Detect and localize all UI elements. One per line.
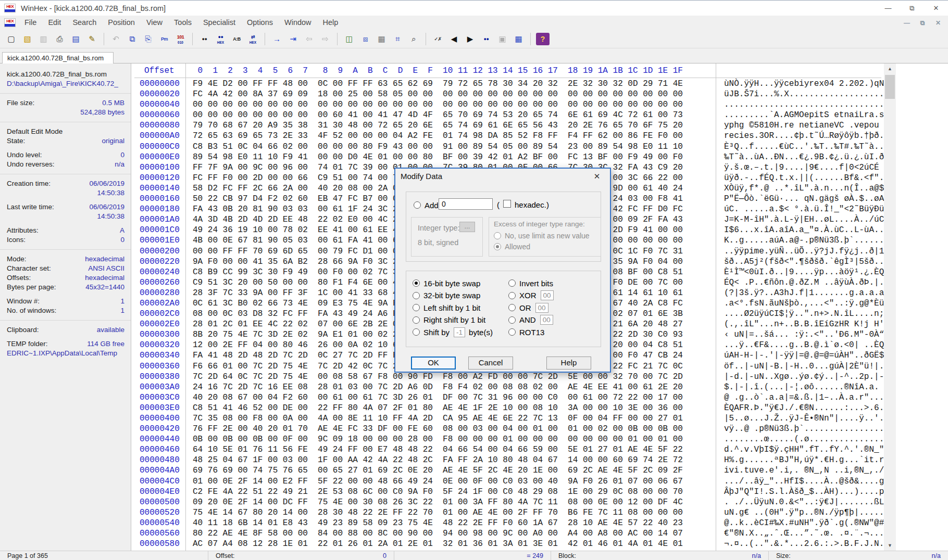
scrollbar-thumb[interactable] <box>885 75 895 99</box>
copy-icon[interactable]: ⧉ <box>124 32 140 46</box>
next-window-icon[interactable]: ▶ <box>463 32 478 46</box>
hex-row[interactable]: 0000050009 20 0E 2F 14 00 DC FF 75 4E 00… <box>131 498 884 508</box>
hex-row[interactable]: 00000580AC 07 A4 08 12 28 1E 01 22 01 26… <box>131 539 884 550</box>
row-hex-bytes[interactable]: 0B 00 0B 00 0B 00 0F 00 9C 09 18 00 00 0… <box>193 435 683 444</box>
row-ascii[interactable]: ÈQAFR.Þ."ÿ€J./.€®N......:...>.6. <box>724 403 884 413</box>
menu-view[interactable]: View <box>141 16 168 30</box>
edit-properties-icon[interactable]: ✎ <box>84 32 99 46</box>
replace-text-icon[interactable]: A:B <box>229 32 244 46</box>
row-hex-bytes[interactable]: FC 4A 42 00 8A 37 69 09 18 00 25 00 58 0… <box>193 90 683 99</box>
row-hex-bytes[interactable]: 01 00 0E 2F 14 00 E2 FF 5F 22 00 00 48 6… <box>193 477 683 486</box>
row-ascii[interactable]: €"®N.X..„.ˆ.Œ...”.˜.œ. .¤.¨.¬... <box>724 529 884 538</box>
row-ascii[interactable]: ........œ.....(.ø............... <box>724 435 884 444</box>
hex-row[interactable]: 000004C001 00 0E 2F 14 00 E2 FF 5F 22 00… <box>131 477 884 487</box>
hex-row[interactable]: 000004007C 35 08 00 F8 00 0A 00 4A 00 8E… <box>131 414 884 424</box>
row-hex-bytes[interactable]: C8 51 41 46 52 00 DE 00 22 FF 80 4A 07 2… <box>193 403 683 413</box>
hex-row[interactable]: 00000000F9 4E D2 00 FF FF 48 00 0C 00 FF… <box>131 79 884 90</box>
row-ascii[interactable]: vÿ..@ .p®Nü3ß.þ`................ <box>724 424 884 434</box>
radio-rot13[interactable]: ROT13 <box>508 327 544 337</box>
row-hex-bytes[interactable]: 75 4E 14 67 80 20 14 00 28 30 48 22 2E F… <box>193 508 683 517</box>
previous-window-icon[interactable]: ◀ <box>446 32 461 46</box>
row-ascii[interactable]: ................................ <box>724 100 884 109</box>
add-value-field[interactable]: 0 <box>439 198 493 210</box>
row-ascii[interactable]: üJB.Š7i...%.X................... <box>724 90 884 99</box>
scroll-down-icon[interactable]: ▼ <box>884 540 896 551</box>
row-ascii[interactable]: üÿð.-..fÉQ.t.x.||(......Bf&.<f". <box>724 173 884 183</box>
row-hex-bytes[interactable]: 79 70 68 67 20 A9 35 38 31 30 48 00 72 6… <box>193 121 683 130</box>
radio-icon[interactable] <box>413 279 420 287</box>
scroll-up-icon[interactable]: ▲ <box>884 63 896 74</box>
row-ascii[interactable]: .........`A.AGMOepitS etnaiLra.s <box>724 110 884 120</box>
ram-editor-icon[interactable]: ▦ <box>374 32 389 46</box>
radio-icon[interactable] <box>413 328 420 336</box>
radio-right-shift-by-1-bit[interactable]: Right shift by 1 bit <box>413 315 485 325</box>
radio-icon[interactable] <box>414 201 421 209</box>
row-hex-bytes[interactable]: 00 00 00 00 00 00 00 00 00 00 00 00 00 0… <box>193 100 683 109</box>
binary-conversion-icon[interactable]: 101010 <box>173 32 188 46</box>
find-text-icon[interactable]: ●● <box>197 32 212 46</box>
file-properties-icon[interactable]: ▤ <box>68 32 83 46</box>
menu-position[interactable]: Position <box>102 16 141 30</box>
row-hex-bytes[interactable]: 64 10 5E 01 76 11 56 FE 49 24 FF 00 E7 4… <box>193 445 683 454</box>
row-ascii[interactable]: P"Ë—Ôò.`ëGü·... qN.gägš øÀ.$..øA <box>724 194 884 203</box>
radio-icon[interactable] <box>508 328 516 336</box>
value-field[interactable]: -1 <box>454 327 465 337</box>
radio-add[interactable]: Add <box>414 200 439 210</box>
drive-contents-icon[interactable]: ⧈ <box>358 32 373 46</box>
row-ascii[interactable]: È¹Ì™<0ùI.ð..|9....ÿp...àöÿ¹.¿.ÈQ <box>724 268 884 277</box>
hex-row[interactable]: 000003807C 2D 64 0C 7C 2D 75 4E 00 08 58… <box>131 372 884 383</box>
hexadec-checkbox[interactable] <box>503 200 511 208</box>
hex-row[interactable]: 0000056080 22 AE 4E 8F 58 00 00 84 00 88… <box>131 529 884 539</box>
mdi-restore-button[interactable]: ⧉ <box>915 17 930 29</box>
row-ascii[interactable]: |5..ø...J.Ž..ÿJ-Ê•®Nn"|....ÿ..'. <box>724 414 884 423</box>
hex-row[interactable]: 0000046064 10 5E 01 76 11 56 FE 49 24 FF… <box>131 445 884 455</box>
row-hex-bytes[interactable]: 24 16 7C 2D 7C 16 EE 08 28 01 03 00 7C 2… <box>193 383 683 392</box>
row-ascii[interactable]: $.|-|.î.(...|-¦.øô......®NîA.a. <box>724 383 884 392</box>
hex-row[interactable]: 000004A069 76 69 00 74 75 76 65 00 65 27… <box>131 466 884 476</box>
radio-icon[interactable] <box>508 279 516 287</box>
row-ascii[interactable]: (.,.îL"...n+..B.B.îEíGzHR K!j H' <box>724 320 884 329</box>
row-hex-bytes[interactable]: C2 FE 4A 22 51 22 49 21 2E 53 08 6C 00 C… <box>193 487 683 497</box>
help-button[interactable]: Help <box>546 357 591 370</box>
replace-hex-icon[interactable]: ⇄HEX <box>245 32 260 46</box>
row-hex-bytes[interactable]: 09 20 0E 2F 14 00 DC FF 75 4E 00 30 08 2… <box>193 498 683 507</box>
file-tab[interactable]: kick.a1200.40.72B_final_bs.rom <box>2 52 114 63</box>
row-ascii[interactable]: úC. .....a.$< °.à.ü.Î!_"<2˜BüÿÐü <box>724 205 884 214</box>
value-field[interactable]: 00 <box>541 290 554 300</box>
restore-button[interactable]: ⧉ <box>900 1 924 16</box>
row-ascii[interactable]: úAH-H-|-.'|-ÿÿ|=@.@=@=úÀH"..ðGË$ <box>724 351 884 360</box>
row-ascii[interactable]: ÿ.š.œ.–.t.|9....|9€....f|0<2úCÉ <box>724 163 884 172</box>
mdi-close-button[interactable]: ✕ <box>930 17 946 29</box>
row-ascii[interactable]: H%.g......ªBJ"H,úÿ*.€H.g...`it.r <box>724 455 884 465</box>
row-ascii[interactable]: |-d.|-uN..Xgø..ýø.¢ý..|-^..2p.|- <box>724 372 884 381</box>
dialog-close-icon[interactable]: ✕ <box>586 169 608 184</box>
row-hex-bytes[interactable]: 40 11 18 6B 14 01 E8 43 49 23 89 58 09 2… <box>193 518 683 528</box>
row-ascii[interactable]: . ./..ÜÿuN.0.&<"..:ÿ€J|.......ßL <box>724 498 884 507</box>
row-ascii[interactable]: d.^.v.VþI$ÿ.çHH".fT..fY.^.'.®N_" <box>724 445 884 454</box>
paste-icon[interactable]: ⎘ <box>141 32 156 46</box>
radio-icon[interactable] <box>508 316 516 324</box>
radio-32-bit-byte-swap[interactable]: 32-bit byte swap <box>413 291 480 300</box>
row-ascii[interactable]: uN.g€ ..(0H".ÿ"p..®N./ÿp¶þ|..... <box>724 508 884 517</box>
radio-shift-by[interactable]: Shift by-1byte(s) <box>413 327 493 337</box>
find-hex-icon[interactable]: ●●HEX <box>213 32 228 46</box>
menu-search[interactable]: Search <box>67 16 102 30</box>
mdi-minimize-button[interactable]: — <box>899 17 915 29</box>
row-ascii[interactable]: .a<°.fsN.ãuNšþò.,...<"..:ÿ.g@*Èü <box>724 299 884 308</box>
row-ascii[interactable]: ....Ø2üÿúCI$¦ÿ..".n+>.N.îL....n; <box>724 309 884 319</box>
hex-row[interactable]: 000003A024 16 7C 2D 7C 16 EE 08 28 01 03… <box>131 383 884 393</box>
hex-row[interactable]: 0000006000 00 00 00 00 00 00 00 00 60 41… <box>131 110 884 121</box>
row-ascii[interactable]: šð..A5j²(fšð<".¶šðšð.`êgÌ³|5šð.. <box>724 257 884 266</box>
row-ascii[interactable]: ÂþJ"Q"I!.S.l.Àšð_$..ÀH)...)....p <box>724 487 884 497</box>
close-button[interactable]: ✕ <box>924 1 948 16</box>
row-hex-bytes[interactable]: 80 22 AE 4E 8F 58 00 00 84 00 88 00 8C 0… <box>193 529 683 538</box>
hex-row[interactable]: 000000E089 54 98 E0 11 10 F9 41 00 00 D0… <box>131 152 884 163</box>
menu-window[interactable]: Window <box>279 16 317 30</box>
row-ascii[interactable]: ‹ uN|=..šá... :ÿ:.<"..'Ð6.M"-0À“ <box>724 330 884 339</box>
radio-left-shift-by-1-bit[interactable]: Left shift by 1 bit <box>413 303 480 312</box>
radio-icon[interactable] <box>413 292 420 299</box>
row-hex-bytes[interactable]: 76 FF 2E 00 40 20 01 70 AE 4E FC 33 DF 0… <box>193 424 683 434</box>
row-hex-bytes[interactable]: 72 65 63 69 65 73 2E 33 4F 52 00 00 00 0… <box>193 131 683 141</box>
open-disk-icon[interactable]: ◫ <box>342 32 357 46</box>
row-ascii[interactable]: K..g.....aúA.a@-.p®Nü3ß.þ`...... <box>724 236 884 245</box>
